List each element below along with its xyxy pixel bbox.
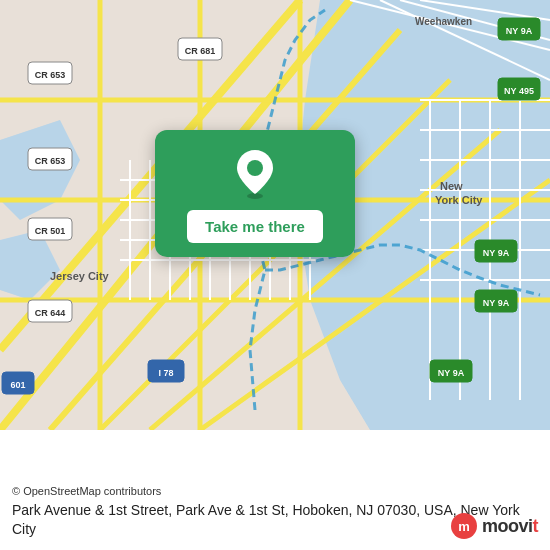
svg-text:York City: York City	[435, 194, 483, 206]
svg-text:CR 653: CR 653	[35, 70, 66, 80]
svg-text:601: 601	[10, 380, 25, 390]
svg-text:New: New	[440, 180, 463, 192]
location-card: Take me there	[155, 130, 355, 257]
svg-text:CR 501: CR 501	[35, 226, 66, 236]
svg-text:NY 495: NY 495	[504, 86, 534, 96]
svg-text:NY 9A: NY 9A	[506, 26, 533, 36]
moovit-brand-text: moovit	[482, 516, 538, 537]
osm-attribution: © OpenStreetMap contributors	[12, 485, 538, 497]
svg-text:CR 653: CR 653	[35, 156, 66, 166]
svg-text:Jersey City: Jersey City	[50, 270, 110, 282]
svg-text:NY 9A: NY 9A	[483, 298, 510, 308]
moovit-logo: m moovit	[450, 512, 538, 540]
svg-point-75	[247, 160, 263, 176]
svg-text:CR 681: CR 681	[185, 46, 216, 56]
map-container: CR 653 CR 653 CR 681 CR 501 CR 644 I 78 …	[0, 0, 550, 430]
svg-text:I 78: I 78	[158, 368, 173, 378]
bottom-info-bar: © OpenStreetMap contributors Park Avenue…	[0, 430, 550, 550]
svg-text:NY 9A: NY 9A	[483, 248, 510, 258]
osm-credit-text: © OpenStreetMap contributors	[12, 485, 161, 497]
svg-text:m: m	[458, 519, 470, 534]
moovit-logo-icon: m	[450, 512, 478, 540]
map-pin-icon	[233, 148, 277, 200]
svg-text:Weehawken: Weehawken	[415, 16, 472, 27]
svg-text:CR 644: CR 644	[35, 308, 66, 318]
take-me-there-button[interactable]: Take me there	[187, 210, 323, 243]
svg-text:NY 9A: NY 9A	[438, 368, 465, 378]
